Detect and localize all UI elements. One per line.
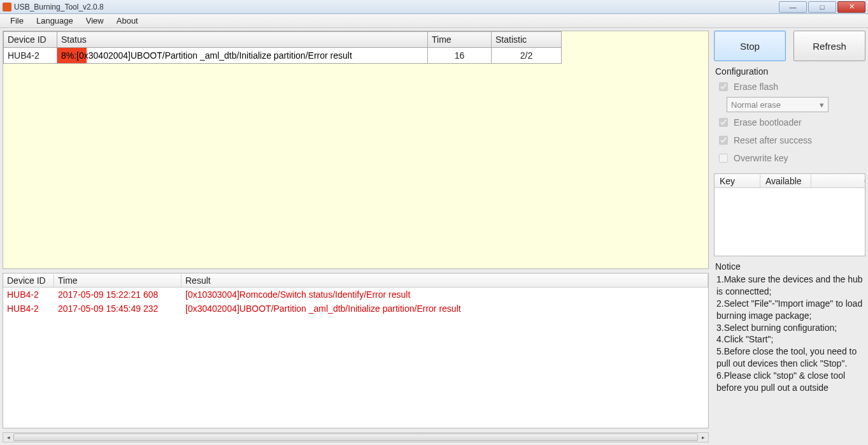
notice-line: 3.Select burning configuration;	[716, 322, 863, 334]
status-progress-text: 8%:[0x30402004]UBOOT/Partition _aml_dtb/…	[57, 48, 427, 63]
notice-group: Notice 1.Make sure the devices and the h…	[714, 260, 865, 397]
menu-file[interactable]: File	[4, 15, 30, 27]
status-row[interactable]: HUB4-2 8%:[0x30402004]UBOOT/Partition _a…	[4, 48, 562, 64]
erase-flash-input[interactable]	[719, 82, 728, 91]
log-cell-result: [0x30402004]UBOOT/Partition _aml_dtb/Ini…	[181, 303, 708, 314]
status-cell-statistic: 2/2	[492, 48, 562, 64]
notice-line: 5.Before close the tool, you need to pul…	[716, 346, 863, 370]
status-cell-device: HUB4-2	[4, 48, 57, 64]
log-panel: Device ID Time Result HUB4-2 2017-05-09 …	[3, 273, 709, 428]
menu-about[interactable]: About	[110, 15, 145, 27]
status-table: Device ID Status Time Statistic HUB4-2 8…	[3, 31, 562, 64]
erase-flash-checkbox[interactable]: Erase flash	[715, 78, 864, 96]
window-title: USB_Burning_Tool_v2.0.8	[14, 3, 779, 11]
log-cell-time: 2017-05-09 15:22:21 608	[54, 289, 181, 300]
notice-title: Notice	[715, 260, 864, 273]
erase-bootloader-label: Erase bootloader	[734, 117, 802, 128]
erase-mode-value: Normal erase	[731, 100, 781, 110]
erase-bootloader-input[interactable]	[719, 118, 728, 127]
key-header: Key Available	[715, 174, 865, 188]
scroll-thumb[interactable]	[13, 434, 698, 441]
overwrite-key-checkbox[interactable]: Overwrite key	[715, 149, 864, 167]
status-th-time[interactable]: Time	[428, 32, 492, 48]
overwrite-key-label: Overwrite key	[734, 153, 788, 163]
status-panel: Device ID Status Time Statistic HUB4-2 8…	[3, 31, 709, 269]
horizontal-scrollbar[interactable]: ◂ ▸	[3, 432, 709, 442]
app-body: Device ID Status Time Statistic HUB4-2 8…	[0, 28, 868, 445]
menu-bar: File Language View About	[0, 14, 868, 28]
notice-line: 1.Make sure the devices and the hub is c…	[716, 274, 863, 298]
configuration-title: Configuration	[715, 65, 864, 78]
log-th-time[interactable]: Time	[54, 274, 181, 287]
log-row[interactable]: HUB4-2 2017-05-09 15:45:49 232 [0x304020…	[3, 302, 708, 316]
left-column: Device ID Status Time Statistic HUB4-2 8…	[3, 31, 709, 442]
log-th-device[interactable]: Device ID	[3, 274, 54, 287]
reset-after-input[interactable]	[719, 136, 728, 145]
erase-flash-label: Erase flash	[734, 82, 778, 92]
log-header: Device ID Time Result	[3, 274, 708, 288]
stop-button[interactable]: Stop	[714, 31, 786, 61]
log-body[interactable]: HUB4-2 2017-05-09 15:22:21 608 [0x103030…	[3, 288, 708, 428]
status-cell-status: 8%:[0x30402004]UBOOT/Partition _aml_dtb/…	[57, 48, 428, 64]
key-th-key[interactable]: Key	[715, 175, 760, 187]
log-row[interactable]: HUB4-2 2017-05-09 15:22:21 608 [0x103030…	[3, 288, 708, 302]
title-bar: USB_Burning_Tool_v2.0.8 — □ ✕	[0, 0, 868, 14]
status-th-device[interactable]: Device ID	[4, 32, 57, 48]
window-buttons: — □ ✕	[779, 1, 865, 13]
refresh-button[interactable]: Refresh	[793, 31, 865, 61]
right-column: Stop Refresh Configuration Erase flash N…	[714, 31, 865, 442]
scroll-right-icon[interactable]: ▸	[698, 433, 708, 442]
notice-body: 1.Make sure the devices and the hub is c…	[715, 274, 864, 394]
status-th-statistic[interactable]: Statistic	[492, 32, 562, 48]
log-cell-device: HUB4-2	[3, 303, 54, 314]
key-panel: Key Available	[714, 173, 865, 256]
erase-bootloader-checkbox[interactable]: Erase bootloader	[715, 113, 864, 131]
scroll-left-icon[interactable]: ◂	[3, 433, 13, 442]
close-button[interactable]: ✕	[837, 1, 865, 13]
chevron-down-icon: ▾	[820, 100, 824, 110]
log-th-result[interactable]: Result	[181, 274, 708, 287]
menu-view[interactable]: View	[80, 15, 110, 27]
log-cell-time: 2017-05-09 15:45:49 232	[54, 303, 181, 314]
status-th-status[interactable]: Status	[57, 32, 428, 48]
erase-mode-select[interactable]: Normal erase ▾	[727, 97, 829, 112]
log-cell-result: [0x10303004]Romcode/Switch status/Identi…	[181, 289, 708, 300]
app-icon	[3, 3, 11, 11]
overwrite-key-input[interactable]	[719, 154, 728, 163]
key-th-available[interactable]: Available	[760, 175, 811, 187]
reset-after-label: Reset after success	[734, 135, 812, 145]
notice-line: 2.Select "File"-"Import image" to load b…	[716, 298, 863, 322]
notice-line: 6.Please click "stop" & close tool befor…	[716, 370, 863, 394]
configuration-group: Configuration Erase flash Normal erase ▾…	[714, 65, 865, 170]
reset-after-checkbox[interactable]: Reset after success	[715, 131, 864, 149]
status-cell-time: 16	[428, 48, 492, 64]
minimize-button[interactable]: —	[779, 1, 807, 13]
menu-language[interactable]: Language	[30, 15, 80, 27]
notice-line: 4.Click "Start";	[716, 333, 863, 346]
maximize-button[interactable]: □	[808, 1, 836, 13]
action-buttons: Stop Refresh	[714, 31, 865, 61]
log-cell-device: HUB4-2	[3, 289, 54, 300]
